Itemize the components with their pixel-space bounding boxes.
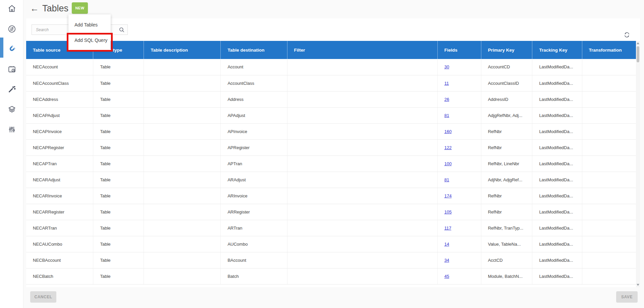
cell-fields: 122	[437, 139, 481, 156]
fields-count-link[interactable]: 34	[444, 258, 449, 263]
fields-count-link[interactable]: 45	[444, 274, 449, 279]
sidebar	[0, 0, 23, 308]
cell-filter	[287, 220, 437, 236]
fields-count-link[interactable]: 11	[444, 81, 449, 86]
fields-count-link[interactable]: 122	[444, 145, 452, 150]
fields-count-link[interactable]: 81	[444, 177, 449, 182]
fields-count-link[interactable]: 105	[444, 209, 452, 214]
fields-count-link[interactable]: 81	[444, 113, 449, 118]
cell-description	[144, 268, 221, 284]
refresh-icon	[623, 31, 631, 39]
sidebar-item-sync[interactable]	[0, 20, 23, 37]
cell-source: NECAUCombo	[26, 236, 93, 252]
cell-tracking-key: LastModifiedDa...	[532, 156, 582, 172]
cell-source: NECBatch	[26, 268, 93, 284]
fields-count-link[interactable]: 14	[444, 242, 449, 247]
cancel-button[interactable]: CANCEL	[30, 291, 56, 303]
cell-fields: 81	[437, 107, 481, 123]
page-title: ← Tables	[30, 3, 68, 14]
fields-count-link[interactable]: 26	[444, 97, 449, 102]
menu-item-add-sql-query[interactable]: Add SQL Query	[68, 33, 111, 48]
scrollbar-thumb[interactable]	[637, 46, 639, 62]
cell-filter	[287, 236, 437, 252]
cell-tracking-key: LastModifiedDa...	[532, 139, 582, 156]
cell-type: Table	[93, 156, 144, 172]
magnet-icon	[7, 44, 16, 54]
cell-filter	[287, 75, 437, 91]
cell-primary-key: AddressID	[481, 91, 532, 107]
cell-primary-key: RefNbr	[481, 123, 532, 139]
search-button[interactable]	[116, 25, 127, 35]
table-row: NECARRegisterTableARRegister105RefNbrLas…	[26, 204, 636, 220]
fields-count-link[interactable]: 100	[444, 161, 452, 166]
column-header-table-destination: Table destination	[221, 41, 287, 59]
cell-primary-key: AcctCD	[481, 252, 532, 268]
scroll-down-arrow-icon[interactable]	[637, 284, 639, 286]
cell-destination: APAdjust	[221, 107, 287, 123]
cell-destination: AUCombo	[221, 236, 287, 252]
new-button[interactable]: NEW	[72, 2, 88, 14]
cell-tracking-key: LastModifiedDa...	[532, 252, 582, 268]
cell-type: Table	[93, 75, 144, 91]
table-row: NECARAdjustTableARAdjust81AdjNbr, AdjgRe…	[26, 172, 636, 188]
cell-description	[144, 139, 221, 156]
sidebar-item-connections[interactable]	[0, 41, 23, 57]
cell-filter	[287, 139, 437, 156]
sidebar-item-home[interactable]	[0, 0, 23, 17]
cell-source: NECARRegister	[26, 204, 93, 220]
cell-filter	[287, 172, 437, 188]
sidebar-item-settings[interactable]	[0, 121, 23, 138]
cell-tracking-key: LastModifiedDa...	[532, 268, 582, 284]
cell-fields: 160	[437, 123, 481, 139]
table-row: NECAUComboTableAUCombo14Value, TableNa..…	[26, 236, 636, 252]
cell-source: NECAPTran	[26, 156, 93, 172]
cell-description	[144, 123, 221, 139]
cell-type: Table	[93, 252, 144, 268]
scroll-up-arrow-icon[interactable]	[637, 42, 639, 44]
refresh-button[interactable]	[623, 30, 631, 39]
cell-description	[144, 220, 221, 236]
cell-destination: AccountClass	[221, 75, 287, 91]
cell-filter	[287, 123, 437, 139]
fields-count-link[interactable]: 117	[444, 226, 451, 231]
cell-source: NECBAccount	[26, 252, 93, 268]
cell-fields: 117	[437, 220, 481, 236]
cell-description	[144, 204, 221, 220]
menu-item-add-tables[interactable]: Add Tables	[68, 17, 111, 33]
cell-tracking-key: LastModifiedDa...	[532, 59, 582, 75]
cell-tracking-key: LastModifiedDa...	[532, 107, 582, 123]
cell-transformation	[582, 252, 636, 268]
fields-count-link[interactable]: 160	[444, 129, 452, 134]
cell-fields: 174	[437, 188, 481, 204]
sidebar-item-schedule[interactable]	[0, 61, 23, 77]
cell-primary-key: RefNbr	[481, 188, 532, 204]
sidebar-item-tools[interactable]	[0, 81, 23, 98]
calendar-clock-icon	[7, 65, 16, 74]
cell-filter	[287, 107, 437, 123]
cell-type: Table	[93, 107, 144, 123]
cell-tracking-key: LastModifiedDa...	[532, 123, 582, 139]
cell-transformation	[582, 204, 636, 220]
cell-source: NECARInvoice	[26, 188, 93, 204]
cell-fields: 26	[437, 91, 481, 107]
table-row: NECARTranTableARTran117RefNbr, TranTyp..…	[26, 220, 636, 236]
cell-primary-key: RefNbr	[481, 204, 532, 220]
cell-filter	[287, 156, 437, 172]
cell-primary-key: AccountClassID	[481, 75, 532, 91]
fields-count-link[interactable]: 30	[444, 64, 449, 69]
cell-destination: APRegister	[221, 139, 287, 156]
save-button[interactable]: SAVE	[616, 291, 638, 303]
sidebar-item-layers[interactable]	[0, 101, 23, 118]
column-header-fields: Fields	[437, 41, 481, 59]
back-arrow-icon[interactable]: ←	[30, 3, 39, 14]
vertical-scrollbar[interactable]	[636, 41, 640, 287]
cell-filter	[287, 204, 437, 220]
cell-filter	[287, 91, 437, 107]
cell-tracking-key: LastModifiedDa...	[532, 220, 582, 236]
tables-table: Table sourceTable typeTable descriptionT…	[26, 41, 636, 285]
cell-description	[144, 156, 221, 172]
cell-type: Table	[93, 123, 144, 139]
fields-count-link[interactable]: 174	[444, 193, 452, 198]
home-icon	[7, 4, 16, 13]
cell-description	[144, 107, 221, 123]
